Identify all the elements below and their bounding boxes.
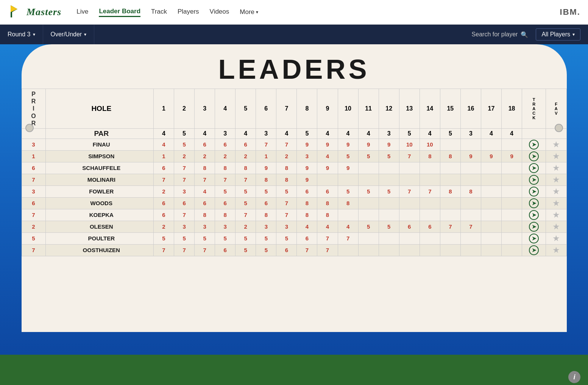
- par-3: 4: [195, 128, 215, 139]
- hole-11-score: [358, 232, 379, 244]
- table-row: 3FINAU4566677999991010➤★: [22, 139, 566, 150]
- hole-4-score: 7: [215, 174, 236, 185]
- track-button[interactable]: ➤: [522, 185, 546, 197]
- par-4: 3: [215, 128, 236, 139]
- hole-5-header: 5: [236, 89, 256, 129]
- hole-2-score: 3: [174, 185, 195, 197]
- hole-6-score: 1: [256, 150, 276, 162]
- hole-15-score: [440, 209, 460, 221]
- player-name-cell: SCHAUFFELE: [45, 162, 153, 174]
- nav-players[interactable]: Players: [178, 8, 199, 16]
- hole-17-score: [481, 162, 501, 174]
- favorite-button[interactable]: ★: [546, 221, 566, 232]
- nav-track[interactable]: Track: [151, 8, 167, 16]
- table-row: 7KOEPKA678878788➤★: [22, 209, 566, 221]
- par-15: 5: [440, 128, 460, 139]
- favorite-button[interactable]: ★: [546, 150, 566, 162]
- par-12: 3: [379, 128, 399, 139]
- table-row: 5POULTER5555555677➤★: [22, 232, 566, 244]
- hole-9-score: 8: [317, 197, 338, 209]
- hole-12-score: [379, 244, 399, 256]
- hole-11-score: [358, 162, 379, 174]
- round-selector[interactable]: Round 3 ▾: [8, 25, 43, 44]
- hole-7-score: 3: [276, 221, 297, 232]
- track-button[interactable]: ➤: [522, 244, 546, 256]
- hole-12-score: 5: [379, 150, 399, 162]
- hole-14-score: 7: [420, 185, 440, 197]
- hole-8-score: 6: [297, 185, 317, 197]
- hole-3-score: 8: [195, 162, 215, 174]
- track-button[interactable]: ➤: [522, 197, 546, 209]
- hole-13-score: 7: [399, 185, 420, 197]
- hole-6-score: 6: [256, 197, 276, 209]
- nav-videos[interactable]: Videos: [210, 8, 229, 16]
- hole-7-score: 2: [276, 150, 297, 162]
- hole-17-score: [481, 197, 501, 209]
- over-under-selector[interactable]: Over/Under ▾: [43, 25, 95, 44]
- hole-5-score: 5: [236, 185, 256, 197]
- hole-18-score: [502, 174, 522, 185]
- favorite-button[interactable]: ★: [546, 232, 566, 244]
- track-button[interactable]: ➤: [522, 139, 546, 150]
- par-prior-cell: [22, 128, 45, 139]
- hole-8-score: 8: [297, 197, 317, 209]
- hole-11-score: [358, 174, 379, 185]
- player-name-cell: WOODS: [45, 197, 153, 209]
- hole-4-score: 8: [215, 162, 236, 174]
- hole-18-score: [502, 209, 522, 221]
- hole-8-score: 4: [297, 221, 317, 232]
- info-icon[interactable]: i: [568, 371, 580, 383]
- track-button[interactable]: ➤: [522, 232, 546, 244]
- prior-score-cell: 2: [22, 221, 45, 232]
- favorite-button[interactable]: ★: [546, 162, 566, 174]
- hole-14-score: [420, 197, 440, 209]
- hole-3-score: 6: [195, 197, 215, 209]
- par-1: 4: [153, 128, 174, 139]
- nav-leaderboard[interactable]: Leader Board: [99, 8, 140, 17]
- search-player[interactable]: Search for player 🔍: [472, 31, 529, 38]
- track-button[interactable]: ➤: [522, 150, 546, 162]
- hole-14-score: [420, 244, 440, 256]
- prior-score-cell: 5: [22, 232, 45, 244]
- hole-5-score: 2: [236, 221, 256, 232]
- favorite-button[interactable]: ★: [546, 185, 566, 197]
- prior-score-cell: 7: [22, 174, 45, 185]
- hole-14-score: 8: [420, 150, 440, 162]
- hole-7-score: 5: [276, 232, 297, 244]
- hole-2-score: 7: [174, 174, 195, 185]
- prior-score-cell: 6: [22, 162, 45, 174]
- hole-8-score: 9: [297, 162, 317, 174]
- masters-logo-icon: [8, 4, 24, 20]
- nav-live[interactable]: Live: [76, 8, 88, 16]
- prior-score-cell: 7: [22, 209, 45, 221]
- hole-9-score: 4: [317, 221, 338, 232]
- favorite-button[interactable]: ★: [546, 197, 566, 209]
- player-name-cell: POULTER: [45, 232, 153, 244]
- track-button[interactable]: ➤: [522, 162, 546, 174]
- hole-13-score: [399, 244, 420, 256]
- favorite-button[interactable]: ★: [546, 139, 566, 150]
- track-button[interactable]: ➤: [522, 221, 546, 232]
- hole-17-score: 9: [481, 150, 501, 162]
- round-chevron-icon: ▾: [33, 32, 35, 37]
- hole-9-score: 8: [317, 209, 338, 221]
- track-button[interactable]: ➤: [522, 209, 546, 221]
- hole-12-score: [379, 174, 399, 185]
- favorite-button[interactable]: ★: [546, 244, 566, 256]
- hole-2-score: 3: [174, 221, 195, 232]
- par-17: 4: [481, 128, 501, 139]
- track-button[interactable]: ➤: [522, 174, 546, 185]
- hole-2-score: 5: [174, 139, 195, 150]
- par-16: 3: [460, 128, 481, 139]
- hole-5-score: 8: [236, 162, 256, 174]
- all-players-button[interactable]: All Players ▾: [536, 28, 580, 41]
- hole-1-score: 2: [153, 221, 174, 232]
- hole-8-score: 9: [297, 174, 317, 185]
- svg-rect-0: [8, 4, 24, 20]
- logo-text: Masters: [27, 6, 61, 18]
- nav-more[interactable]: More ▾: [240, 8, 258, 16]
- favorite-button[interactable]: ★: [546, 174, 566, 185]
- hole-3-score: 6: [195, 139, 215, 150]
- favorite-button[interactable]: ★: [546, 209, 566, 221]
- hole-8-score: 9: [297, 139, 317, 150]
